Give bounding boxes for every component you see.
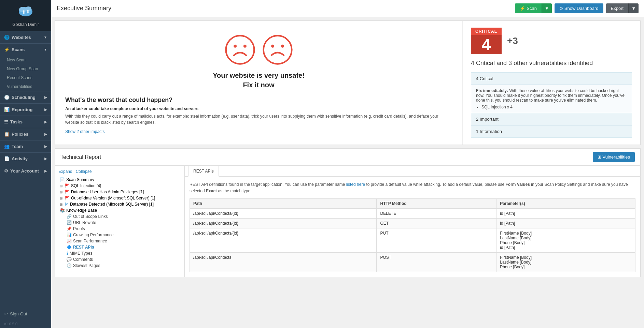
api-params-cell: id [Path] — [496, 219, 635, 228]
page-title: Executive Summary — [57, 5, 111, 12]
section-tasks: ☰Tasks ▶ — [0, 116, 51, 128]
rest-icon: 🔷 — [67, 245, 72, 250]
collapse-link[interactable]: Collapse — [76, 169, 92, 174]
sidebar-item-scans[interactable]: ⚡Scans ▼ — [0, 44, 51, 56]
sign-out-item[interactable]: ↩ Sign Out — [0, 308, 51, 320]
tree-item-db-admin[interactable]: ⊞ 🚩 Database User Has Admin Privileges [… — [58, 189, 181, 195]
tab-rest-apis[interactable]: REST APIs — [188, 166, 219, 177]
tree-child-url-rewrite[interactable]: 🔄 URL Rewrite — [58, 220, 181, 226]
lightning-icon: ⚡ — [520, 6, 525, 11]
tree-child-mime-types[interactable]: ℹ MIME Types — [58, 250, 181, 256]
sidebar-item-new-group-scan[interactable]: New Group Scan — [0, 64, 51, 73]
listed-here-link[interactable]: listed here — [346, 182, 365, 187]
tree-child-comments[interactable]: 💬 Comments — [58, 256, 181, 263]
chevron-team: ▶ — [44, 145, 47, 148]
sidebar-item-new-scan[interactable]: New Scan — [0, 56, 51, 64]
svg-point-4 — [226, 36, 254, 64]
col-method: HTTP Method — [377, 199, 496, 209]
sidebar-item-team[interactable]: 👥Team ▶ — [0, 140, 51, 152]
section-websites: 🌐Websites ▼ — [0, 31, 51, 43]
sidebar-item-policies[interactable]: 📋Policies ▶ — [0, 128, 51, 140]
proof-icon: 📌 — [67, 226, 72, 231]
tab-bar: REST APIs — [185, 166, 640, 177]
scan-perf-icon: 📈 — [67, 239, 72, 243]
policies-icon: 📋 — [4, 132, 10, 137]
api-table: Path HTTP Method Parameter(s) /api-sqli/… — [190, 198, 635, 272]
tree-child-out-of-scope[interactable]: 🔗 Out of Scope Links — [58, 213, 181, 220]
api-method-cell: POST — [377, 253, 496, 272]
chevron-websites: ▼ — [44, 35, 47, 39]
sidebar-item-scheduling[interactable]: 🕐Scheduling ▶ — [0, 91, 51, 103]
critical-badge: CRITICAL 4 — [471, 28, 502, 54]
scan-button-group: ⚡ Scan ▼ — [515, 3, 552, 13]
section-reporting: 📊Reporting ▶ — [0, 103, 51, 116]
tree-item-knowledge-base-label: Knowledge Base — [66, 208, 97, 213]
export-button[interactable]: Export — [606, 3, 629, 13]
sidebar-item-recent-scans[interactable]: Recent Scans — [0, 73, 51, 82]
expand-link[interactable]: Expand — [58, 169, 72, 174]
tree-item-out-of-date[interactable]: ⊞ 🚩 Out-of-date Version (Microsoft SQL S… — [58, 195, 181, 201]
critical-label: CRITICAL — [471, 28, 502, 35]
show-dashboard-button[interactable]: ⊙ Show Dashboard — [555, 3, 603, 13]
tree-child-proofs[interactable]: 📌 Proofs — [58, 226, 181, 232]
api-params-cell: id [Path] — [496, 209, 635, 219]
svg-point-8 — [271, 45, 274, 48]
svg-point-5 — [234, 45, 237, 48]
vuln-row-critical[interactable]: 4 Critical — [471, 73, 632, 85]
sidebar-item-reporting[interactable]: 📊Reporting ▶ — [0, 104, 51, 116]
tree-child-slowest-pages[interactable]: 🕐 Slowest Pages — [58, 263, 181, 269]
api-method-cell: PUT — [377, 228, 496, 253]
main-content: Executive Summary ⚡ Scan ▼ ⊙ Show Dashbo… — [51, 0, 644, 328]
tree-item-knowledge-base[interactable]: 📚 Knowledge Base — [58, 207, 181, 213]
tech-report-section: Technical Report ⊞ Vulnerabilities Expan… — [55, 148, 641, 277]
show-more-link[interactable]: Show 2 other impacts — [65, 129, 104, 134]
tree-item-sql-injection[interactable]: ⊞ 🚩 SQL Injection [4] — [58, 183, 181, 189]
api-table-row: /api-sqli/api/Contacts/{id}DELETEid [Pat… — [190, 209, 635, 219]
sidebar-item-tasks[interactable]: ☰Tasks ▶ — [0, 116, 51, 128]
scan-button[interactable]: ⚡ Scan — [515, 3, 542, 13]
crawl-chart-icon: 📊 — [67, 233, 72, 237]
smiley-area — [65, 34, 452, 65]
svg-point-7 — [263, 36, 292, 64]
api-params-cell: FirstName [Body] LastName [Body] Phone [… — [496, 253, 635, 272]
sidebar-item-websites[interactable]: 🌐Websites ▼ — [0, 31, 51, 43]
tree-child-rest-apis[interactable]: 🔷 REST APIs — [58, 244, 181, 250]
export-dropdown-button[interactable]: ▼ — [628, 3, 639, 13]
tech-report-body: Expand Collapse 📄 Scan Summary ⊞ 🚩 SQL I… — [55, 166, 640, 277]
sidebar-item-activity[interactable]: 📄Activity ▶ — [0, 153, 51, 165]
rest-panel: REST APIs REST API definitions found in … — [185, 166, 640, 277]
section-team: 👥Team ▶ — [0, 140, 51, 152]
worst-title: What's the worst that could happen? — [65, 96, 452, 104]
vuln-row-information[interactable]: 1 Information — [471, 125, 632, 137]
header-actions: ⚡ Scan ▼ ⊙ Show Dashboard Export ▼ — [515, 3, 639, 13]
vuln-bullet-item: SQL Injection x 4 — [481, 105, 627, 109]
tree-item-scan-summary[interactable]: 📄 Scan Summary — [58, 177, 181, 183]
bolt-icon: ⚡ — [4, 47, 10, 52]
export-dropdown-chevron-icon: ▼ — [631, 6, 636, 11]
tree-item-db-admin-label: Database User Has Admin Privileges [1] — [71, 190, 144, 194]
api-table-row: /api-sqli/api/ContactsPOSTFirstName [Bod… — [190, 253, 635, 272]
vulnerabilities-button[interactable]: ⊞ Vulnerabilities — [593, 152, 635, 162]
sidebar-item-your-account[interactable]: ⚙Your Account ▶ — [0, 165, 51, 177]
tree-item-db-detected[interactable]: ⊞ 🏳 Database Detected (Microsoft SQL Ser… — [58, 201, 181, 207]
vuln-row-important[interactable]: 2 Important — [471, 113, 632, 125]
scan-dropdown-button[interactable]: ▼ — [542, 3, 552, 13]
chart-icon: 📊 — [4, 107, 10, 112]
dashboard-icon: ⊙ — [559, 6, 563, 11]
rest-content: REST API definitions found in the target… — [185, 177, 640, 277]
chevron-tasks: ▶ — [44, 120, 47, 124]
sidebar-item-vulnerabilities[interactable]: Vulnerabilities — [0, 82, 51, 91]
tree-child-scan-performance[interactable]: 📈 Scan Performance — [58, 238, 181, 244]
account-icon: ⚙ — [4, 168, 8, 174]
mime-icon: ℹ — [67, 251, 68, 256]
activity-icon: 📄 — [4, 156, 10, 161]
tree-panel: Expand Collapse 📄 Scan Summary ⊞ 🚩 SQL I… — [55, 166, 185, 277]
toggle-icon-out-of-date: ⊞ — [60, 196, 62, 200]
exec-left: Your website is very unsafe! Fix it now … — [55, 21, 463, 145]
api-path-cell: /api-sqli/api/Contacts/{id} — [190, 228, 377, 253]
fix-immediately-label: Fix immediately: — [476, 88, 508, 93]
toggle-icon-db-admin: ⊞ — [60, 190, 62, 194]
comment-icon: 💬 — [67, 257, 72, 262]
api-table-row: /api-sqli/api/Contacts/{id}GETid [Path] — [190, 219, 635, 228]
tree-child-crawling-performance[interactable]: 📊 Crawling Performance — [58, 232, 181, 238]
